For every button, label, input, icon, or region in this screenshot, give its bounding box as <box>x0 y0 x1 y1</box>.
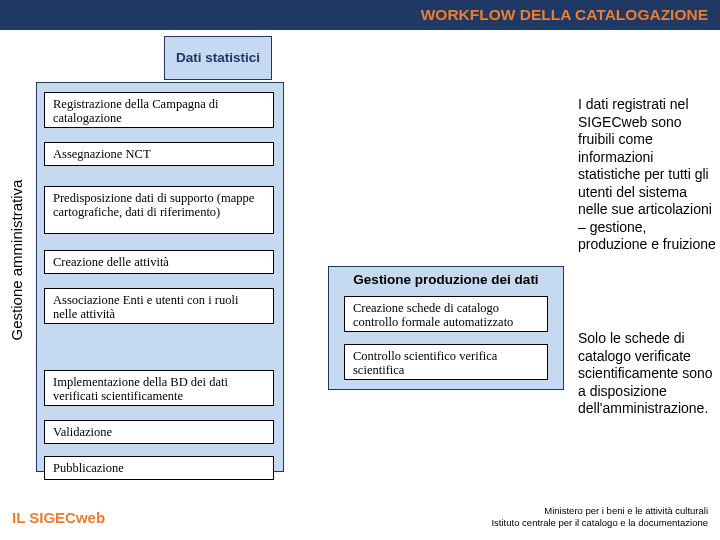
footer-line-1: Ministero per i beni e le attività cultu… <box>491 505 708 516</box>
step-predisposizione: Predisposizione dati di supporto (mappe … <box>44 186 274 234</box>
description-paragraph-2: Solo le schede di catalogo verificate sc… <box>578 330 718 418</box>
step-validazione: Validazione <box>44 420 274 444</box>
page-header: WORKFLOW DELLA CATALOGAZIONE <box>0 0 720 30</box>
footer-brand: IL SIGECweb <box>12 509 105 526</box>
step-registrazione: Registrazione della Campagna di cataloga… <box>44 92 274 128</box>
admin-column-bg <box>36 82 284 472</box>
dati-statistici-box: Dati statistici <box>164 36 272 80</box>
vertical-label: Gestione amministrativa <box>8 160 25 360</box>
step-implementazione-bd: Implementazione della BD dei dati verifi… <box>44 370 274 406</box>
description-paragraph-1: I dati registrati nel SIGECweb sono frui… <box>578 96 718 254</box>
step-pubblicazione: Pubblicazione <box>44 456 274 480</box>
dati-label: Dati statistici <box>176 50 260 66</box>
step-associazione-enti: Associazione Enti e utenti con i ruoli n… <box>44 288 274 324</box>
footer-line-2: Istituto centrale per il catalogo e la d… <box>491 517 708 528</box>
footer-credits: Ministero per i beni e le attività cultu… <box>491 505 708 528</box>
header-title: WORKFLOW DELLA CATALOGAZIONE <box>421 6 708 24</box>
step-controllo-scientifico: Controllo scientifico verifica scientifi… <box>344 344 548 380</box>
step-creazione-schede: Creazione schede di catalogo controllo f… <box>344 296 548 332</box>
production-group-title: Gestione produzione dei dati <box>328 272 564 287</box>
step-creazione-attivita: Creazione delle attività <box>44 250 274 274</box>
step-assegnazione-nct: Assegnazione NCT <box>44 142 274 166</box>
